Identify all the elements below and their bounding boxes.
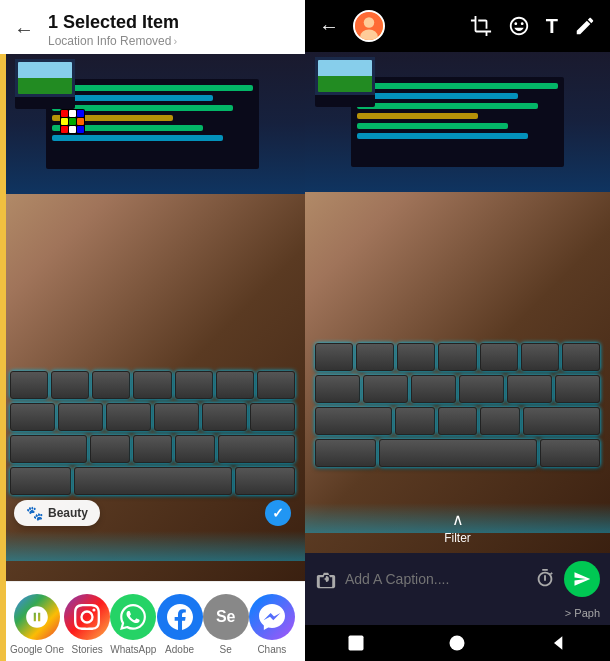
key — [315, 407, 392, 435]
key-row — [315, 375, 600, 403]
filter-chevron-icon: ∧ — [452, 510, 464, 529]
photo-area-left: 🐾 Beauty ✓ — [0, 54, 305, 581]
key — [58, 403, 103, 431]
left-panel: ← 1 Selected Item Location Info Removed … — [0, 0, 305, 661]
key — [315, 375, 360, 403]
key — [507, 375, 552, 403]
keyboard-display-right — [315, 343, 600, 503]
send-button[interactable] — [564, 561, 600, 597]
nav-square-icon[interactable] — [346, 633, 366, 653]
key — [92, 371, 130, 399]
whatsapp-icon-svg — [120, 604, 146, 630]
key — [562, 343, 600, 371]
landscape-image-right — [318, 60, 372, 92]
google-one-icon — [14, 594, 60, 640]
nav-back-icon[interactable] — [549, 633, 569, 653]
cube-cell — [69, 110, 76, 117]
code-line — [357, 83, 559, 89]
share-label-google: Google One — [10, 644, 64, 655]
share-item-adobe[interactable]: Adobe — [157, 594, 203, 655]
key — [202, 403, 247, 431]
key — [315, 439, 376, 467]
key — [175, 435, 215, 463]
nav-home-icon[interactable] — [447, 633, 467, 653]
key — [216, 371, 254, 399]
text-tool-icon[interactable]: T — [546, 15, 558, 38]
location-chevron: › — [173, 35, 177, 47]
emoji-icon[interactable] — [508, 15, 530, 37]
cube-cell — [77, 126, 84, 133]
cube-cell — [77, 110, 84, 117]
svg-point-4 — [450, 636, 465, 651]
share-item-instagram[interactable]: Stories — [64, 594, 110, 655]
location-info[interactable]: Location Info Removed › — [48, 34, 179, 48]
back-button-right[interactable]: ← — [319, 15, 339, 38]
small-monitor-screen-right — [315, 57, 375, 95]
select-circle[interactable]: ✓ — [265, 500, 291, 526]
right-header-right: T — [470, 15, 596, 38]
monitor-screen-right — [351, 77, 565, 167]
key — [480, 407, 520, 435]
key — [10, 403, 55, 431]
instagram-icon — [64, 594, 110, 640]
whatsapp-icon — [110, 594, 156, 640]
key-spacebar — [74, 467, 232, 495]
code-display-right — [351, 77, 565, 149]
code-line-2 — [52, 95, 213, 101]
paph-text[interactable]: > Paph — [565, 607, 600, 619]
cube-cell — [61, 110, 68, 117]
key-row — [315, 439, 600, 467]
key-row — [315, 407, 600, 435]
code-line — [357, 123, 508, 129]
key — [10, 435, 87, 463]
caption-input[interactable] — [345, 571, 526, 587]
cube-cell — [77, 118, 84, 125]
share-item-google-one[interactable]: Google One — [10, 594, 64, 655]
right-header-left: ← — [319, 10, 385, 42]
key — [459, 375, 504, 403]
key — [363, 375, 408, 403]
pencil-icon[interactable] — [574, 15, 596, 37]
filter-label: Filter — [444, 531, 471, 545]
instagram-icon-svg — [74, 604, 100, 630]
key — [395, 407, 435, 435]
keyboard-glow — [0, 531, 305, 561]
key — [521, 343, 559, 371]
key — [90, 435, 130, 463]
messenger-icon-svg — [259, 604, 285, 630]
share-item-se[interactable]: Se Se — [203, 594, 249, 655]
nav-bar — [305, 625, 610, 661]
cube-cell — [69, 118, 76, 125]
caption-camera-icon — [315, 568, 337, 590]
header-text: 1 Selected Item Location Info Removed › — [48, 12, 179, 48]
yellow-strip — [0, 0, 6, 661]
key — [10, 467, 71, 495]
key — [315, 343, 353, 371]
cube-cell — [61, 118, 68, 125]
share-bar: Google One Stories WhatsApp — [0, 581, 305, 661]
paw-icon: 🐾 — [26, 505, 43, 521]
crop-icon[interactable] — [470, 15, 492, 37]
key — [250, 403, 295, 431]
key-row-4 — [10, 467, 295, 495]
share-item-whatsapp[interactable]: WhatsApp — [110, 594, 156, 655]
right-panel: ← T — [305, 0, 610, 661]
key — [235, 467, 296, 495]
back-button-left[interactable]: ← — [14, 18, 34, 41]
right-header: ← T — [305, 0, 610, 52]
svg-rect-3 — [348, 636, 363, 651]
code-line — [357, 103, 538, 109]
share-label-instagram: Stories — [72, 644, 103, 655]
user-avatar[interactable] — [353, 10, 385, 42]
small-monitor — [15, 59, 75, 109]
key — [106, 403, 151, 431]
cube-cell — [61, 126, 68, 133]
photo-background-left: 🐾 Beauty ✓ — [0, 54, 305, 581]
timer-icon[interactable] — [534, 568, 556, 590]
beauty-tag[interactable]: 🐾 Beauty — [14, 500, 100, 526]
send-icon — [573, 570, 591, 588]
svg-point-1 — [364, 17, 375, 28]
code-line-1 — [52, 85, 254, 91]
share-label-messenger: Chans — [257, 644, 286, 655]
share-item-messenger[interactable]: Chans — [249, 594, 295, 655]
